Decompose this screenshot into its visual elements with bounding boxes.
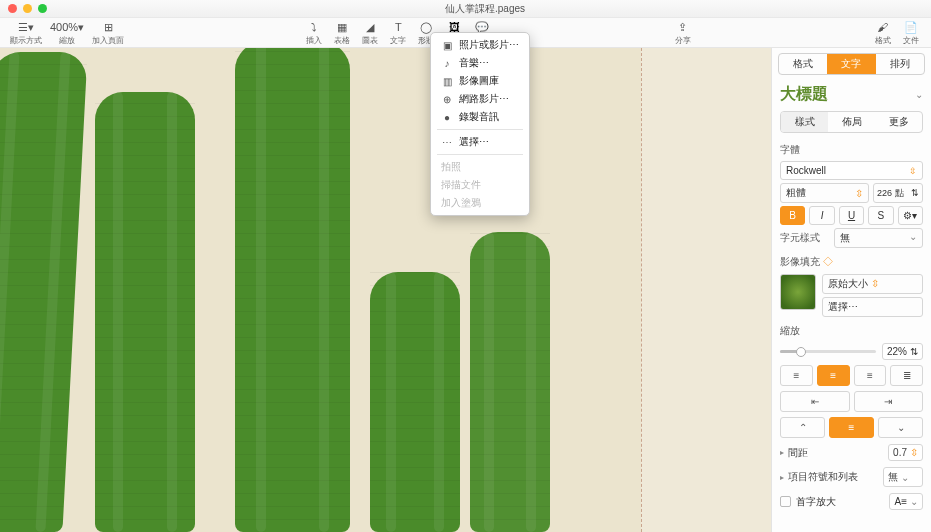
menu-separator: [437, 129, 523, 130]
image-fill-choose-button[interactable]: 選擇⋯: [822, 297, 923, 317]
zoom-button[interactable]: 400% ▾ 縮放: [46, 20, 88, 46]
horizontal-alignment: ≡ ≡ ≡ ≣: [780, 365, 923, 386]
cactus-illustration: [470, 232, 550, 532]
align-left-button[interactable]: ≡: [780, 365, 813, 386]
window-titlebar: 仙人掌課程.pages: [0, 0, 931, 18]
bullets-lists-row[interactable]: ▸ 項目符號和列表 無 ⌄: [780, 467, 923, 487]
scale-value-stepper[interactable]: 22%⇅: [882, 343, 923, 360]
character-style-label: 字元樣式: [780, 231, 830, 245]
tab-format[interactable]: 格式: [779, 54, 827, 74]
menu-music[interactable]: ♪音樂⋯: [431, 54, 529, 72]
media-dropdown-menu: ▣照片或影片⋯ ♪音樂⋯ ▥影像圖庫 ⊕網路影片⋯ ●錄製音訊 ⋯選擇⋯ 拍照 …: [430, 32, 530, 216]
inspector-mode-tabs: 格式 文字 排列: [778, 53, 925, 75]
microphone-icon: ●: [441, 112, 453, 123]
menu-choose[interactable]: ⋯選擇⋯: [431, 133, 529, 151]
scale-label: 縮放: [772, 320, 931, 340]
traffic-lights: [8, 4, 47, 13]
font-section-label: 字體: [772, 139, 931, 159]
chevron-down-icon: ⌄: [901, 472, 909, 483]
tab-arrange[interactable]: 排列: [876, 54, 924, 74]
vertical-alignment: ⌃ ≡ ⌄: [780, 417, 923, 438]
text-button[interactable]: T 文字: [384, 20, 412, 46]
insert-button[interactable]: ⤵ 插入: [300, 20, 328, 46]
scale-slider[interactable]: [780, 350, 876, 353]
chevron-up-down-icon: ⇳: [909, 166, 917, 176]
view-mode-button[interactable]: ☰▾ 顯示方式: [6, 20, 46, 46]
add-page-button[interactable]: ⊞ 加入頁面: [88, 20, 128, 46]
gallery-icon: ▥: [441, 76, 453, 87]
dropcap-label: 首字放大: [796, 495, 836, 509]
font-family-select[interactable]: Rockwell ⇳: [780, 161, 923, 180]
zoom-window-button[interactable]: [38, 4, 47, 13]
document-canvas[interactable]: [0, 48, 771, 532]
stepper-arrows-icon: ⇅: [910, 346, 918, 357]
table-button[interactable]: ▦ 表格: [328, 20, 356, 46]
menu-take-photo: 拍照: [431, 158, 529, 176]
character-style-select[interactable]: 無 ⌄: [834, 228, 923, 248]
subtab-layout[interactable]: 佈局: [828, 112, 875, 132]
menu-separator: [437, 154, 523, 155]
format-inspector-button[interactable]: 🖌 格式: [869, 20, 897, 46]
text-subtabs: 樣式 佈局 更多: [780, 111, 923, 133]
chevron-up-down-icon: ⇳: [910, 447, 918, 458]
menu-record-audio[interactable]: ●錄製音訊: [431, 108, 529, 126]
image-fill-mode-select[interactable]: 原始大小 ⇳: [822, 274, 923, 294]
document-inspector-button[interactable]: 📄 文件: [897, 20, 925, 46]
tab-text[interactable]: 文字: [827, 54, 875, 74]
strikethrough-button[interactable]: S: [868, 206, 893, 225]
disclosure-triangle-icon: ▸: [780, 448, 784, 457]
chevron-down-icon: ⌄: [915, 89, 923, 100]
image-fill-thumbnail[interactable]: [780, 274, 816, 310]
image-fill-label: 影像填充 ◇: [772, 251, 931, 271]
align-center-button[interactable]: ≡: [817, 365, 850, 386]
menu-web-video[interactable]: ⊕網路影片⋯: [431, 90, 529, 108]
valign-middle-button[interactable]: ≡: [829, 417, 874, 438]
underline-button[interactable]: U: [839, 206, 864, 225]
text-options-button[interactable]: ⚙▾: [898, 206, 923, 225]
valign-top-button[interactable]: ⌃: [780, 417, 825, 438]
indent-controls: ⇤ ⇥: [780, 391, 923, 412]
disclosure-triangle-icon: ▸: [780, 473, 784, 482]
bold-button[interactable]: B: [780, 206, 805, 225]
menu-photos-or-movies[interactable]: ▣照片或影片⋯: [431, 36, 529, 54]
font-weight-select[interactable]: 粗體 ⇳: [780, 183, 869, 203]
chevron-up-down-icon: ⇳: [871, 278, 879, 289]
line-spacing-stepper[interactable]: 0.7 ⇳: [888, 444, 923, 461]
menu-image-gallery[interactable]: ▥影像圖庫: [431, 72, 529, 90]
outdent-button[interactable]: ⇤: [780, 391, 850, 412]
photo-icon: ▣: [441, 40, 453, 51]
stepper-arrows-icon: ⇅: [911, 188, 919, 198]
ellipsis-icon: ⋯: [441, 137, 453, 148]
cactus-illustration: [235, 48, 350, 532]
align-right-button[interactable]: ≡: [854, 365, 887, 386]
chevron-up-down-icon: ⇳: [855, 188, 863, 199]
close-window-button[interactable]: [8, 4, 17, 13]
font-size-stepper[interactable]: 226 點 ⇅: [873, 183, 923, 203]
indent-button[interactable]: ⇥: [854, 391, 924, 412]
valign-bottom-button[interactable]: ⌄: [878, 417, 923, 438]
format-inspector: 格式 文字 排列 大標題 ⌄ 樣式 佈局 更多 字體 Rockwell ⇳ 粗體…: [771, 48, 931, 532]
cactus-illustration: [370, 272, 460, 532]
subtab-style[interactable]: 樣式: [781, 112, 828, 132]
window-title: 仙人掌課程.pages: [47, 2, 923, 16]
cactus-illustration: [95, 92, 195, 532]
chart-button[interactable]: ◢ 圖表: [356, 20, 384, 46]
line-spacing-row[interactable]: ▸ 間距 0.7 ⇳: [780, 444, 923, 461]
bullets-select[interactable]: 無 ⌄: [883, 467, 923, 487]
subtab-more[interactable]: 更多: [875, 112, 922, 132]
minimize-window-button[interactable]: [23, 4, 32, 13]
menu-scan-documents: 掃描文件: [431, 176, 529, 194]
align-justify-button[interactable]: ≣: [890, 365, 923, 386]
globe-icon: ⊕: [441, 94, 453, 105]
italic-button[interactable]: I: [809, 206, 834, 225]
chevron-down-icon: ⌄: [910, 496, 918, 507]
music-icon: ♪: [441, 58, 453, 69]
paragraph-style-picker[interactable]: 大標題 ⌄: [772, 80, 931, 109]
page-margin-area: [641, 48, 771, 532]
chevron-down-icon: ⌄: [909, 231, 917, 245]
share-button[interactable]: ⇪ 分享: [669, 20, 697, 46]
dropcap-style-select[interactable]: A≡ ⌄: [889, 493, 923, 510]
dropcap-checkbox[interactable]: [780, 496, 791, 507]
menu-add-sketch: 加入塗鴉: [431, 194, 529, 212]
